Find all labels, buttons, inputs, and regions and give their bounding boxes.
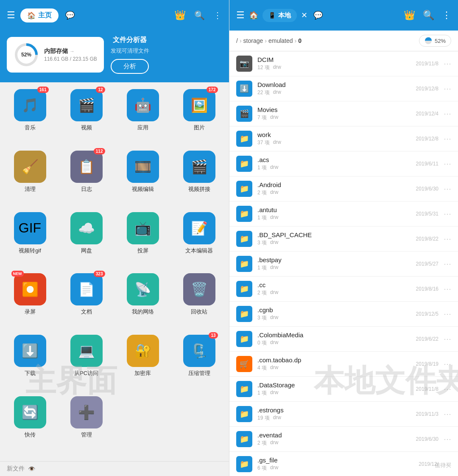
file-more-cgnb[interactable]: ⋯ xyxy=(444,309,451,319)
app-icon-wrap-transfer: 🔄 xyxy=(14,396,46,428)
file-date-cc: 2019/8/16 xyxy=(416,286,438,292)
file-type-work: drw xyxy=(273,139,281,146)
app-icon-wrap-record: ⏺️NEW xyxy=(14,273,46,305)
folder-inner-icon-dcim: 📷 xyxy=(240,59,249,68)
app-item-pc-access[interactable]: 💻从PC访问 xyxy=(60,335,113,393)
app-grid: 🎵161音乐🎬12视频🤖应用🖼️172图片🧹清理📋112日志🎞️视频编辑🎬视频拼… xyxy=(0,82,229,461)
file-row[interactable]: 📁 .bestpay 1 项 drw 2019/5/27 ⋯ xyxy=(229,252,458,277)
app-label-download: 下载 xyxy=(25,370,36,377)
right-crown-icon[interactable]: 👑 xyxy=(404,10,415,21)
file-more-dcim[interactable]: ⋯ xyxy=(444,59,451,68)
home-button[interactable]: 🏠 主页 xyxy=(20,8,59,22)
app-item-cloud[interactable]: ☁️网盘 xyxy=(60,212,113,270)
file-more-gsfile[interactable]: ⋯ xyxy=(444,459,451,469)
file-row[interactable]: ⬇️ Download 22 项 drw 2019/12/8 ⋯ xyxy=(229,76,458,101)
file-name-bd_sapi: .BD_SAPI_CACHE xyxy=(257,231,411,238)
app-item-app[interactable]: 🤖应用 xyxy=(116,89,169,147)
file-row[interactable]: 🎬 Movies 7 项 drw 2019/12/4 ⋯ xyxy=(229,101,458,126)
file-name-acs: .acs xyxy=(257,156,411,163)
file-row[interactable]: 📁 work 37 项 drw 2019/12/8 ⋯ xyxy=(229,126,458,151)
file-more-download[interactable]: ⋯ xyxy=(444,84,451,93)
app-item-trash[interactable]: 🗑️回收站 xyxy=(173,273,226,331)
storage-info: 内部存储 → 116.61 GB / 223.15 GB xyxy=(44,48,97,62)
app-item-video-splice[interactable]: 🎬视频拼接 xyxy=(173,151,226,209)
app-item-zip[interactable]: 🗜️13压缩管理 xyxy=(173,335,226,393)
file-more-movies[interactable]: ⋯ xyxy=(444,109,451,118)
app-item-docs[interactable]: 📄323文档 xyxy=(60,273,113,331)
app-item-clean[interactable]: 🧹清理 xyxy=(3,151,56,209)
app-icon-video-edit: 🎞️ xyxy=(127,151,159,183)
app-item-log[interactable]: 📋112日志 xyxy=(60,151,113,209)
crown-icon[interactable]: 👑 xyxy=(174,10,186,21)
file-count-android: 2 项 xyxy=(257,189,267,196)
file-row[interactable]: 📁 .cgnb 3 项 drw 2019/12/5 ⋯ xyxy=(229,302,458,327)
file-date-gsfile: 2019/12/ xyxy=(419,461,438,467)
app-item-gif[interactable]: GIF视频转gif xyxy=(3,212,56,270)
analyze-button[interactable]: 分析 xyxy=(111,59,149,74)
file-more-bd_sapi[interactable]: ⋯ xyxy=(444,234,451,244)
file-row[interactable]: 📁 .gs_file 6 项 drw 2019/12/ ⋯ xyxy=(229,452,458,476)
breadcrumb-0[interactable]: 0 xyxy=(298,37,302,44)
file-row[interactable]: 📁 .DataStorage 1 项 drw 2019/11/8 ⋯ xyxy=(229,377,458,402)
app-item-video[interactable]: 🎬12视频 xyxy=(60,89,113,147)
breadcrumb-root[interactable]: / xyxy=(236,37,238,44)
chat-icon[interactable]: 💬 xyxy=(65,11,75,20)
app-item-cast[interactable]: 📺投屏 xyxy=(116,212,169,270)
breadcrumb-emulated[interactable]: emulated xyxy=(268,37,293,44)
app-item-manage[interactable]: ➕管理 xyxy=(60,396,113,454)
more-menu-icon[interactable]: ⋮ xyxy=(213,10,222,20)
file-info-taobao: .com.taobao.dp 4 项 drw xyxy=(257,356,411,372)
file-type-movies: drw xyxy=(270,114,278,121)
file-row[interactable]: 📁 .Android 2 项 drw 2019/6/30 ⋯ xyxy=(229,176,458,202)
file-more-cc[interactable]: ⋯ xyxy=(444,284,451,294)
file-more-colombia[interactable]: ⋯ xyxy=(444,334,451,344)
storage-card[interactable]: 52% 内部存储 → 116.61 GB / 223.15 GB xyxy=(7,37,104,73)
right-home-icon[interactable]: 🏠 xyxy=(249,11,258,20)
app-item-vault[interactable]: 🔐加密库 xyxy=(116,335,169,393)
app-icon-wrap-gif: GIF xyxy=(14,212,46,244)
file-row[interactable]: 📁 .eventad 2 项 drw 2019/6/30 ⋯ xyxy=(229,427,458,452)
search-icon[interactable]: 🔍 xyxy=(194,10,205,20)
breadcrumb-storage[interactable]: storage xyxy=(243,37,263,44)
file-row[interactable]: 📁 .acs 1 项 drw 2019/6/11 ⋯ xyxy=(229,151,458,176)
file-row[interactable]: 📁 .ColombiaMedia 0 项 drw 2019/6/22 ⋯ xyxy=(229,327,458,352)
app-item-music[interactable]: 🎵161音乐 xyxy=(3,89,56,147)
file-row[interactable]: 🛒 .com.taobao.dp 4 项 drw 2019/8/19 ⋯ xyxy=(229,352,458,377)
app-item-video-edit[interactable]: 🎞️视频编辑 xyxy=(116,151,169,209)
file-more-bestpay[interactable]: ⋯ xyxy=(444,259,451,269)
local-button[interactable]: 📱 本地 xyxy=(263,9,297,22)
menu-icon[interactable]: ☰ xyxy=(7,10,15,21)
file-row[interactable]: 📁 .cc 2 项 drw 2019/8/16 ⋯ xyxy=(229,277,458,302)
file-row[interactable]: 📁 .estrongs 19 项 drw 2019/11/3 ⋯ xyxy=(229,402,458,427)
file-more-taobao[interactable]: ⋯ xyxy=(444,359,451,369)
file-name-android: .Android xyxy=(257,181,411,188)
file-row[interactable]: 📁 .antutu 1 项 drw 2019/5/31 ⋯ xyxy=(229,202,458,227)
app-item-image[interactable]: 🖼️172图片 xyxy=(173,89,226,147)
file-more-antutu[interactable]: ⋯ xyxy=(444,209,451,218)
right-menu-icon[interactable]: ☰ xyxy=(236,10,245,21)
app-item-text-edit[interactable]: 📝文本编辑器 xyxy=(173,212,226,270)
file-row[interactable]: 📷 DCIM 12 项 drw 2019/11/8 ⋯ xyxy=(229,51,458,76)
app-item-download[interactable]: ⬇️下载 xyxy=(3,335,56,393)
file-count-estrongs: 19 项 xyxy=(257,414,270,422)
app-item-transfer[interactable]: 🔄快传 xyxy=(3,396,56,454)
file-info-movies: Movies 7 项 drw xyxy=(257,106,411,121)
right-panel: ☰ 🏠 📱 本地 ✕ 💬 👑 🔍 ⋮ / › storage › emulate… xyxy=(229,0,458,476)
file-more-acs[interactable]: ⋯ xyxy=(444,159,451,168)
close-icon[interactable]: ✕ xyxy=(301,11,307,20)
file-row[interactable]: 📁 .BD_SAPI_CACHE 3 项 drw 2019/8/22 ⋯ xyxy=(229,227,458,252)
right-chat-icon[interactable]: 💬 xyxy=(313,11,323,20)
file-more-estrongs[interactable]: ⋯ xyxy=(444,409,451,419)
file-more-eventad[interactable]: ⋯ xyxy=(444,434,451,444)
file-more-datastorage[interactable]: ⋯ xyxy=(444,384,451,394)
file-info-bestpay: .bestpay 1 项 drw xyxy=(257,256,411,272)
eye-icon[interactable]: 👁️ xyxy=(28,465,35,472)
right-search-icon[interactable]: 🔍 xyxy=(423,10,434,21)
app-item-network[interactable]: 📡我的网络 xyxy=(116,273,169,331)
file-more-work[interactable]: ⋯ xyxy=(444,134,451,143)
right-more-icon[interactable]: ⋮ xyxy=(442,10,451,21)
file-count-taobao: 4 项 xyxy=(257,364,267,372)
file-more-android[interactable]: ⋯ xyxy=(444,184,451,193)
app-item-record[interactable]: ⏺️NEW录屏 xyxy=(3,273,56,331)
storage-percent-badge: 52% xyxy=(435,38,446,44)
